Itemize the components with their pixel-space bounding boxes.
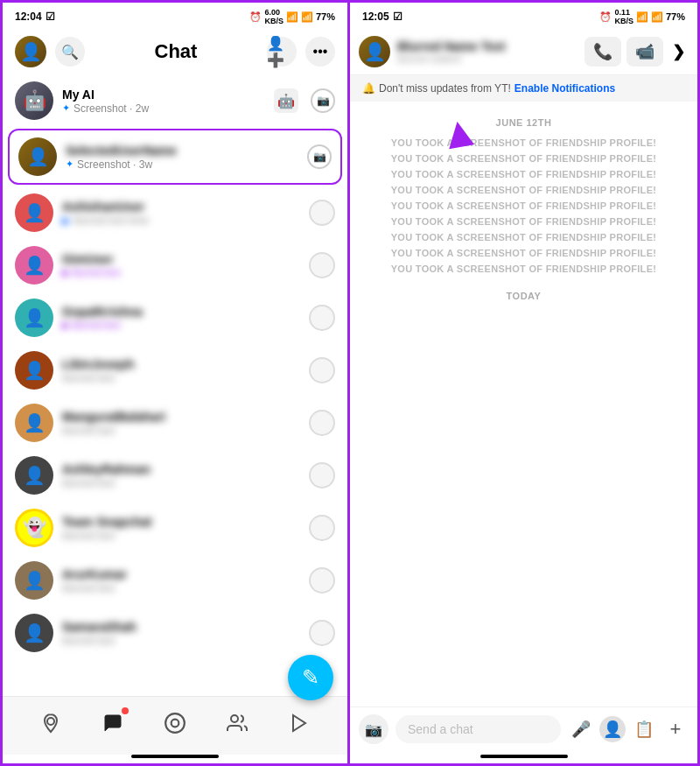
compose-button[interactable]: ✎ (288, 655, 333, 700)
back-chevron[interactable]: ❯ (668, 42, 689, 61)
left-home-indicator (131, 755, 219, 758)
user6-info: LibinJoseph blurred text (62, 357, 300, 384)
convo-actions: 📞 📹 ❯ (584, 37, 689, 67)
status-bar-right: ⏰ 6.00KB/S 📶 📶 77% (249, 8, 335, 25)
user10-name: SamaraShah (62, 620, 300, 634)
convo-name-blurred: Blurred Name Text (397, 39, 578, 53)
chat-header: 👤 🔍 Chat 👤➕ ••• (3, 29, 347, 74)
snapchat-status (309, 515, 335, 541)
right-data-speed: 0.11KB/S (614, 8, 634, 25)
user9-avatar: 👤 (15, 561, 53, 600)
left-panel: 12:04 ☑ ⏰ 6.00KB/S 📶 📶 77% 👤 🔍 Chat 👤➕ •… (0, 0, 350, 766)
svg-point-3 (231, 715, 238, 722)
plus-button[interactable]: + (662, 716, 689, 742)
ai-avatar: 🤖 (15, 81, 53, 120)
chat-item-user10[interactable]: 👤 SamaraShah blurred text (3, 607, 347, 659)
user6-name: LibinJoseph (62, 357, 300, 371)
user3-avatar: 👤 (15, 193, 53, 232)
search-button[interactable]: 🔍 (55, 37, 85, 67)
user4-status (309, 252, 335, 278)
input-camera-button[interactable]: 📷 (359, 714, 388, 744)
user6-avatar: 👤 (15, 351, 53, 390)
status-bar-left: 12:04 ☑ (15, 11, 55, 23)
chat-item-my-ai[interactable]: 🤖 My AI ✦ Screenshot · 2w 🤖 📷 (3, 74, 347, 127)
mic-button[interactable]: 🎤 (568, 716, 594, 742)
notif-banner: 🔔 Don't miss updates from YT! Enable Not… (350, 75, 697, 102)
right-alarm-icon: ⏰ (599, 11, 612, 23)
my-ai-info: My AI ✦ Screenshot · 2w (62, 88, 265, 115)
user8-status (309, 462, 335, 488)
user3-name: AshishanUser (62, 200, 300, 214)
messages-area: ▲ JUNE 12TH YOU TOOK A SCREENSHOT OF FRI… (350, 102, 697, 706)
data-speed: 6.00KB/S (264, 8, 284, 25)
my-ai-side: 🤖 (274, 88, 298, 113)
right-wifi-icon: 📶 (636, 11, 648, 23)
user8-name: AshleyRahman (62, 462, 300, 476)
left-check-icon: ☑ (46, 11, 55, 23)
user7-name: ManguratBalahari (62, 410, 300, 424)
svg-point-0 (47, 718, 54, 725)
date-today: TODAY (362, 291, 685, 301)
more-options-button[interactable]: ••• (305, 37, 335, 67)
user10-status (309, 620, 335, 646)
user5-info: GopalKrishna ▶ blurred text (62, 305, 300, 331)
my-ai-sub: ✦ Screenshot · 2w (62, 102, 265, 115)
chat-input-field[interactable]: Send a chat (396, 715, 561, 743)
snapchat-avatar: 👻 (15, 509, 53, 547)
bell-icon: 🔔 (362, 82, 375, 95)
my-ai-sub-text: Screenshot · 2w (74, 102, 149, 115)
bottom-nav (3, 696, 347, 755)
left-time: 12:04 (15, 11, 42, 23)
nav-stories[interactable] (282, 706, 317, 741)
user6-status (309, 357, 335, 383)
svg-point-1 (165, 713, 185, 733)
nav-chat[interactable] (95, 706, 130, 741)
user6-sub: blurred text (62, 372, 300, 384)
chat-title: Chat (94, 40, 258, 63)
chat-item-user6[interactable]: 👤 LibinJoseph blurred text (3, 344, 347, 397)
user4-sub: ▶ blurred text (62, 267, 300, 278)
user7-info: ManguratBalahari blurred text (62, 410, 300, 437)
nav-map[interactable] (33, 706, 68, 741)
user5-avatar: 👤 (15, 299, 53, 337)
nav-friends[interactable] (220, 706, 255, 741)
wifi-icon: 📶 (286, 11, 298, 23)
chat-item-selected[interactable]: 👤 SelectedUserName ✦ Screenshot · 3w 📷 (8, 129, 342, 185)
screenshot-msg-9: YOU TOOK A SCREENSHOT OF FRIENDSHIP PROF… (362, 261, 685, 277)
user7-status (309, 410, 335, 436)
user9-name: ArurKumar (62, 567, 300, 581)
right-check-icon: ☑ (393, 11, 402, 23)
user10-info: SamaraShah blurred text (62, 620, 300, 647)
my-avatar[interactable]: 👤 (15, 36, 46, 67)
screenshot-msg-7: YOU TOOK A SCREENSHOT OF FRIENDSHIP PROF… (362, 229, 685, 245)
robot-icon: 🤖 (274, 88, 298, 113)
selected-user-name: SelectedUserName (66, 144, 298, 158)
video-button[interactable]: 📹 (626, 37, 663, 67)
enable-notifications-link[interactable]: Enable Notifications (514, 82, 615, 95)
chat-item-user4[interactable]: 👤 GimUser ▶ blurred text (3, 239, 347, 292)
chat-item-user8[interactable]: 👤 AshleyRahman blurred text (3, 449, 347, 502)
svg-point-2 (172, 720, 179, 727)
chat-list: 🤖 My AI ✦ Screenshot · 2w 🤖 📷 👤 Selected… (3, 74, 347, 696)
sticker-button[interactable]: 📋 (631, 716, 657, 742)
snap-star-icon2: ✦ (66, 158, 74, 170)
chat-item-user5[interactable]: 👤 GopalKrishna ▶ blurred text (3, 292, 347, 344)
chat-item-user7[interactable]: 👤 ManguratBalahari blurred text (3, 397, 347, 449)
chat-item-user9[interactable]: 👤 ArurKumar blurred text (3, 554, 347, 607)
chat-item-team-snapchat[interactable]: 👻 Team Snapchat blurred text (3, 502, 347, 554)
user3-sub: ▶ blurred text time (62, 214, 300, 227)
bitmoji-button[interactable]: 👤 (599, 716, 626, 742)
chat-item-user3[interactable]: 👤 AshishanUser ▶ blurred text time (3, 186, 347, 239)
user8-sub: blurred text (62, 477, 300, 489)
input-right-icons: 🎤 👤 📋 + (568, 716, 689, 742)
convo-header-name: Blurred Name Text blurred subtext (397, 39, 578, 64)
add-friend-button[interactable]: 👤➕ (267, 37, 297, 67)
right-status-right: ⏰ 0.11KB/S 📶 📶 77% (599, 8, 685, 25)
phone-button[interactable]: 📞 (584, 37, 621, 67)
convo-avatar[interactable]: 👤 (359, 36, 390, 67)
user7-avatar: 👤 (15, 404, 53, 442)
user9-status (309, 567, 335, 594)
user10-avatar: 👤 (15, 614, 53, 652)
right-home-indicator (480, 755, 568, 758)
nav-camera[interactable] (158, 706, 192, 741)
